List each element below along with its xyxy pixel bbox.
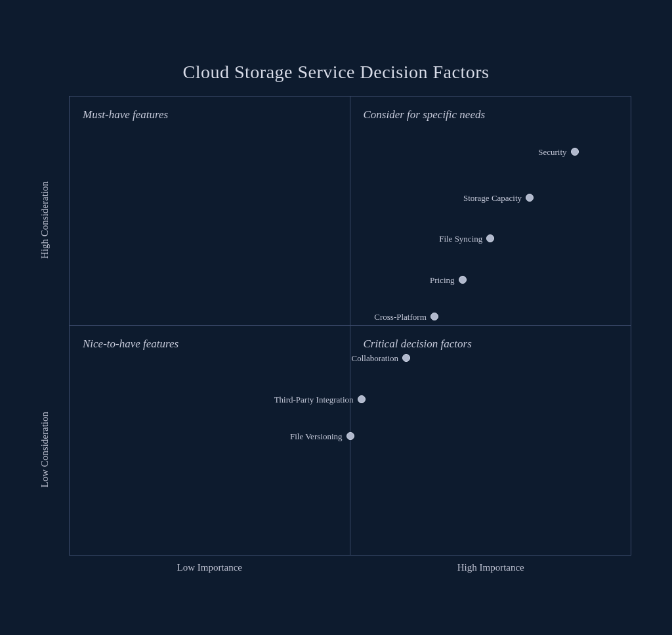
- chart-title: Cloud Storage Service Decision Factors: [183, 62, 490, 83]
- chart-container: Cloud Storage Service Decision Factors H…: [41, 62, 631, 573]
- quadrant-bottom-right: Critical decision factors: [350, 326, 631, 555]
- quadrant-top-right-label: Consider for specific needs: [364, 108, 486, 121]
- quadrant-top-left: Must-have features: [70, 97, 350, 326]
- quadrant-bottom-right-label: Critical decision factors: [364, 338, 472, 350]
- y-axis-high-label: High Consideration: [39, 181, 59, 259]
- chart-body: High Consideration Low Consideration Mus…: [41, 96, 631, 573]
- x-axis-low-label: Low Importance: [69, 562, 350, 573]
- matrix-wrapper: Must-have features Consider for specific…: [69, 96, 631, 573]
- quadrant-top-left-label: Must-have features: [83, 108, 168, 121]
- x-axis-labels: Low Importance High Importance: [69, 556, 631, 573]
- quadrant-top-right: Consider for specific needs: [350, 97, 631, 326]
- x-axis-high-label: High Importance: [350, 562, 632, 573]
- quadrant-bottom-left-label: Nice-to-have features: [83, 338, 178, 350]
- y-axis-low-label: Low Consideration: [39, 412, 59, 487]
- quadrant-bottom-left: Nice-to-have features: [70, 326, 350, 555]
- matrix: Must-have features Consider for specific…: [69, 96, 631, 556]
